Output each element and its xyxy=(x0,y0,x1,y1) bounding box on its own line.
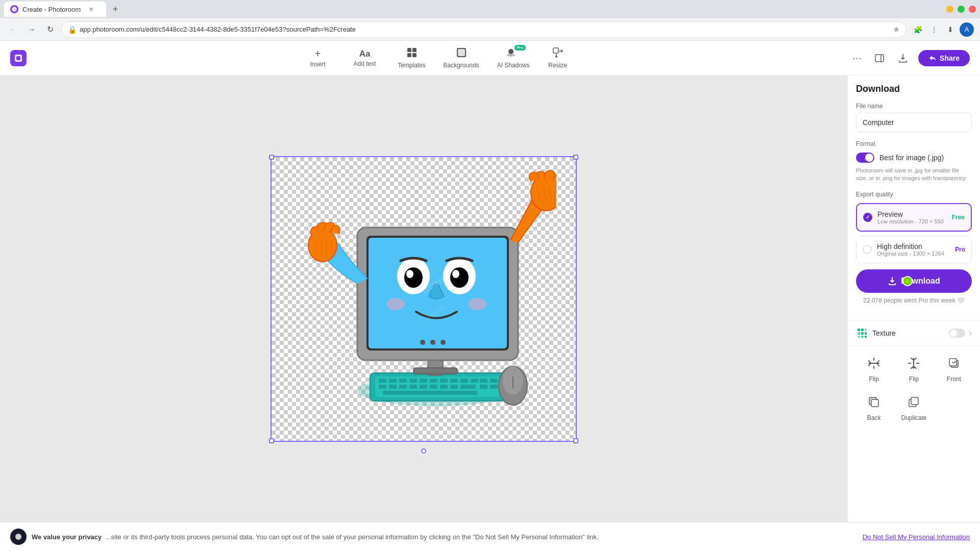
back-icon xyxy=(867,395,881,412)
tab-favicon xyxy=(10,5,18,13)
canvas-wrapper[interactable]: pictime pictime xyxy=(271,156,577,442)
svg-point-56 xyxy=(468,298,486,310)
share-button[interactable]: Share xyxy=(918,50,970,66)
texture-chevron-icon[interactable]: › xyxy=(969,329,972,337)
svg-point-51 xyxy=(404,267,423,288)
rotate-handle[interactable] xyxy=(421,448,426,454)
back-button[interactable]: Back xyxy=(856,391,892,425)
app-logo xyxy=(10,50,27,66)
insert-button[interactable]: + Insert xyxy=(303,48,333,68)
back-button[interactable]: ← xyxy=(6,22,20,37)
duplicate-icon xyxy=(906,395,921,412)
svg-rect-27 xyxy=(379,385,386,389)
canvas[interactable]: pictime pictime xyxy=(271,156,577,442)
svg-rect-6 xyxy=(412,53,416,57)
svg-rect-33 xyxy=(440,385,448,389)
insert-label: Insert xyxy=(310,61,326,68)
bookmark-button[interactable]: ⬇ xyxy=(943,22,958,37)
download-icon-button[interactable] xyxy=(894,49,912,67)
minimize-button[interactable] xyxy=(946,6,953,13)
pro-count-text: 22 078 people went Pro this week 🤍 xyxy=(856,297,972,304)
svg-rect-2 xyxy=(16,56,20,60)
resize-button[interactable]: Resize xyxy=(543,47,573,69)
add-text-button[interactable]: Aa Add text xyxy=(350,49,380,67)
svg-point-58 xyxy=(430,340,435,345)
format-toggle[interactable] xyxy=(856,153,874,163)
format-description: Photoroom will save in .jpg for smaller … xyxy=(856,167,972,183)
templates-button[interactable]: Templates xyxy=(397,47,427,69)
svg-rect-31 xyxy=(420,385,427,389)
svg-rect-3 xyxy=(407,48,411,52)
flip-h-label: Flip xyxy=(869,375,878,383)
toolbar-right: ⋯ Share xyxy=(849,49,970,67)
close-button[interactable] xyxy=(969,6,976,13)
new-tab-button[interactable]: + xyxy=(108,2,122,16)
svg-rect-79 xyxy=(861,336,864,338)
svg-rect-32 xyxy=(430,385,437,389)
right-panel: Download File name Format Best for image… xyxy=(847,76,980,522)
backgrounds-button[interactable]: Backgrounds xyxy=(444,47,479,69)
svg-rect-12 xyxy=(875,55,884,62)
privacy-link[interactable]: Do Not Sell My Personal Information xyxy=(863,533,970,541)
preview-desc: Low resolution - 720 × 550 xyxy=(877,218,947,224)
svg-rect-73 xyxy=(861,329,864,331)
flip-horizontal-button[interactable]: Flip xyxy=(856,352,892,387)
texture-toggle[interactable] xyxy=(949,329,965,338)
svg-rect-23 xyxy=(440,379,448,383)
browser-menu-button[interactable]: ⋮ xyxy=(927,22,941,37)
tab-title: Create - Photoroom xyxy=(22,6,81,13)
browser-toolbar: ← → ↻ 🔒 app.photoroom.com/u/edit/c5448cc… xyxy=(0,18,980,41)
flip-vertical-icon xyxy=(906,356,921,373)
svg-rect-30 xyxy=(409,385,417,389)
forward-button[interactable]: → xyxy=(24,22,39,37)
more-options-button[interactable]: ⋯ xyxy=(849,50,865,66)
preview-radio[interactable] xyxy=(863,213,872,222)
svg-rect-86 xyxy=(911,397,918,405)
svg-rect-39 xyxy=(480,385,487,389)
backgrounds-label: Backgrounds xyxy=(444,62,479,69)
svg-rect-72 xyxy=(857,329,860,331)
hd-badge: Pro xyxy=(955,246,965,253)
address-bar[interactable]: 🔒 app.photoroom.com/u/edit/c5448cc2-3144… xyxy=(61,21,906,38)
svg-rect-11 xyxy=(553,48,558,53)
flip-v-label: Flip xyxy=(909,375,919,383)
duplicate-button[interactable]: Duplicate xyxy=(896,391,932,425)
svg-rect-74 xyxy=(865,329,867,331)
svg-rect-28 xyxy=(389,385,397,389)
download-button[interactable]: Download xyxy=(856,269,972,293)
file-name-input[interactable] xyxy=(856,113,972,132)
svg-rect-29 xyxy=(399,385,407,389)
ai-shadows-button[interactable]: Pro AI Shadows xyxy=(496,47,526,69)
privacy-title: We value your privacy xyxy=(32,533,102,541)
profile-button[interactable]: A xyxy=(960,22,974,37)
tab-close-button[interactable]: ✕ xyxy=(87,5,95,13)
front-button[interactable]: Front xyxy=(936,352,972,387)
privacy-text: We value your privacy ...site or its thi… xyxy=(32,533,599,541)
front-icon xyxy=(947,356,961,373)
hd-quality-option[interactable]: High definition Original size - 1300 × 1… xyxy=(856,236,972,263)
file-name-label: File name xyxy=(856,103,972,110)
svg-rect-36 xyxy=(383,391,477,395)
hd-radio[interactable] xyxy=(863,245,872,254)
svg-rect-77 xyxy=(865,332,867,335)
toolbar-center: + Insert Aa Add text Templates xyxy=(303,47,573,69)
svg-rect-24 xyxy=(450,379,458,383)
svg-rect-80 xyxy=(865,336,867,338)
canvas-area: pictime pictime xyxy=(0,76,847,522)
download-panel-title: Download xyxy=(856,84,972,94)
backgrounds-icon xyxy=(456,47,467,61)
refresh-button[interactable]: ↻ xyxy=(43,22,57,37)
browser-tab[interactable]: Create - Photoroom ✕ xyxy=(4,2,106,17)
svg-point-52 xyxy=(406,270,413,278)
download-btn-icon xyxy=(888,277,897,286)
panel-toggle-button[interactable] xyxy=(871,50,888,66)
front-label: Front xyxy=(947,375,961,383)
privacy-body: ...site or its third-party tools process… xyxy=(106,533,599,541)
extensions-button[interactable]: 🧩 xyxy=(911,22,925,37)
action-grid: Flip Flip Front xyxy=(848,345,980,432)
flip-vertical-button[interactable]: Flip xyxy=(896,352,932,387)
svg-rect-37 xyxy=(480,379,487,383)
maximize-button[interactable] xyxy=(958,6,965,13)
flip-horizontal-icon xyxy=(867,356,881,373)
preview-quality-option[interactable]: Preview Low resolution - 720 × 550 Free xyxy=(856,203,972,232)
